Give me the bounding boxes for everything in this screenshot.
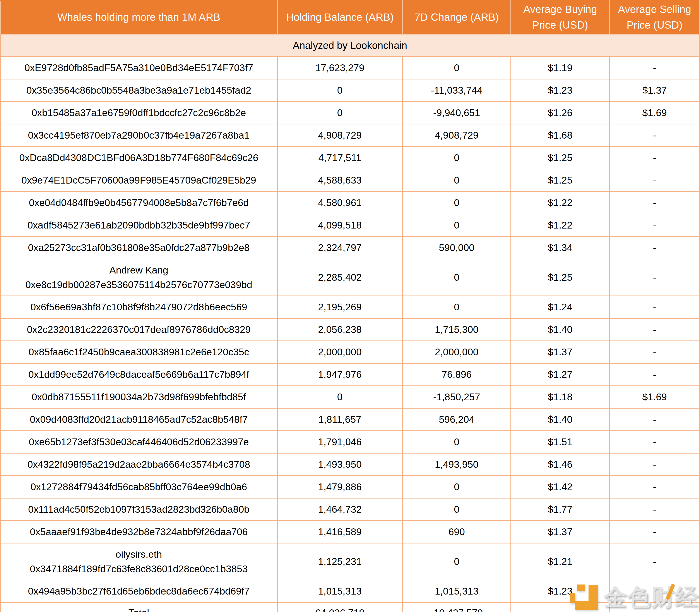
whale-address: 0xe04d0484ffb9e0b4567794008e5b8a7c7f6b7e… [4,195,273,210]
table-header: Whales holding more than 1M ARB Holding … [0,0,700,34]
whale-address: 0x35e3564c86bc0b5548a3be3a9a1e71eb1455fa… [4,83,273,98]
column-header-avg-buying-price: Average Buying Price (USD) [511,0,610,34]
whale-address: 0xe8c19db00287e3536075114b2576c70773e039… [4,277,273,292]
change-7d-cell: 1,493,950 [402,453,511,476]
total-balance: 64,926,718 [277,603,402,612]
change-7d-cell: 0 [402,169,511,192]
change-7d-cell: 76,896 [402,363,511,386]
whale-row: 0xadf5845273e61ab2090bdbb32b35de9bf997be… [0,214,700,237]
avg-buying-price-cell: $1.25 [511,169,610,192]
whale-address: 0x3471884f189fd7c63fe8c83601d28ce0cc1b38… [4,561,273,576]
total-label: Total [0,603,277,612]
whale-row: 0xe04d0484ffb9e0b4567794008e5b8a7c7f6b7e… [0,192,700,214]
whale-row: 0x4322fd98f95a219d2aae2bba6664e3574b4c37… [0,453,700,476]
avg-buying-price-cell: $1.42 [511,476,610,498]
avg-buying-price-cell: $1.26 [511,102,610,124]
whale-identity-cell: 0xa25273cc31af0b361808e35a0fdc27a877b9b2… [0,237,277,259]
avg-selling-price-cell: - [610,580,700,603]
avg-buying-price-cell: $1.21 [511,543,610,580]
avg-selling-price-cell: $1.69 [610,386,700,408]
whale-row: 0xE9728d0fb85adF5A75a310e0Bd34eE5174F703… [0,57,700,79]
avg-buying-price-cell: $1.25 [511,147,610,169]
whale-address: 0x1272884f79434fd56cab85bff03c764ee99db0… [4,479,273,495]
whale-identity-cell: 0x0db87155511f190034a2b73d98f699bfebfbd8… [0,386,277,408]
whale-address: 0x2c2320181c2226370c017deaf8976786dd0c83… [4,322,273,337]
avg-buying-price-cell: $1.23 [511,580,610,603]
whale-identity-cell: 0x9e74E1DcC5F70600a99F985E45709aCf029E5b… [0,169,277,192]
whale-row: 0xb15485a37a1e6759f0dff1bdccfc27c2c96c8b… [0,102,700,124]
change-7d-cell: -11,033,744 [402,79,511,102]
avg-buying-price-cell: $1.25 [511,259,610,296]
whale-address: 0xb15485a37a1e6759f0dff1bdccfc27c2c96c8b… [4,106,273,120]
change-7d-cell: 590,000 [402,237,511,259]
change-7d-cell: 1,715,300 [402,318,511,341]
whale-address: 0x0db87155511f190034a2b73d98f699bfebfbd8… [4,390,273,404]
whale-identity-cell: 0x6f56e69a3bf87c10b8f9f8b2479072d8b6eec5… [0,296,277,318]
avg-buying-price-cell: $1.22 [511,192,610,214]
avg-selling-price-cell: - [610,169,700,192]
whale-holdings-table: Whales holding more than 1M ARB Holding … [0,0,700,612]
whale-address: 0x4322fd98f95a219d2aae2bba6664e3574b4c37… [4,457,273,472]
avg-selling-price-cell: - [610,543,700,580]
avg-buying-price-cell: $1.68 [511,124,610,147]
holding-balance-cell: 4,717,511 [277,147,402,169]
holding-balance-cell: 4,580,961 [277,192,402,214]
avg-buying-price-cell: $1.37 [511,341,610,363]
whale-address: 0xadf5845273e61ab2090bdbb32b35de9bf997be… [4,218,273,233]
change-7d-cell: 4,908,729 [402,124,511,147]
whale-identity-cell: 0xadf5845273e61ab2090bdbb32b35de9bf997be… [0,214,277,237]
avg-selling-price-cell: - [610,296,700,318]
whale-address: 0x6f56e69a3bf87c10b8f9f8b2479072d8b6eec5… [4,300,273,315]
whale-address: 0x5aaaef91f93be4de932b8e7324abbf9f26daa7… [4,525,273,539]
whale-address: 0xDca8Dd4308DC1BFd06A3D18b774F680F84c69c… [4,150,273,165]
whale-row: 0x09d4083ffd20d21acb9118465ad7c52ac8b548… [0,408,700,431]
analyzed-by-row: Analyzed by Lookonchain [0,34,700,57]
change-7d-cell: 0 [402,431,511,453]
change-7d-cell: -9,940,651 [402,102,511,124]
column-header-avg-selling-price: Average Selling Price (USD) [610,0,700,34]
avg-buying-price-cell: $1.22 [511,214,610,237]
total-change: -10,427,570 [402,603,511,612]
avg-buying-price-cell: $1.40 [511,408,610,431]
whale-identity-cell: 0x1dd99ee52d7649c8daceaf5e669b6a117c7b89… [0,363,277,386]
change-7d-cell: -1,850,257 [402,386,511,408]
holding-balance-cell: 0 [277,79,402,102]
whale-row: 0x1272884f79434fd56cab85bff03c764ee99db0… [0,476,700,498]
avg-selling-price-cell: - [610,318,700,341]
whale-identity-cell: 0x1272884f79434fd56cab85bff03c764ee99db0… [0,476,277,498]
avg-selling-price-cell: - [610,408,700,431]
holding-balance-cell: 1,464,732 [277,498,402,521]
whale-row: 0x5aaaef91f93be4de932b8e7324abbf9f26daa7… [0,521,700,543]
avg-selling-price-cell: - [610,453,700,476]
whale-identity-cell: oilysirs.eth 0x3471884f189fd7c63fe8c8360… [0,543,277,580]
holding-balance-cell: 1,811,657 [277,408,402,431]
whale-identity-cell: 0x2c2320181c2226370c017deaf8976786dd0c83… [0,318,277,341]
whale-row: 0x494a95b3bc27f61d65eb6bdec8da6ec674bd69… [0,580,700,603]
whale-address: 0x111ad4c50f52eb1097f3153ad2823bd326b0a8… [4,502,273,517]
whale-address: 0xE9728d0fb85adF5A75a310e0Bd34eE5174F703… [4,60,273,75]
avg-selling-price-cell: - [610,363,700,386]
avg-selling-price-cell: - [610,192,700,214]
whale-row: 0x6f56e69a3bf87c10b8f9f8b2479072d8b6eec5… [0,296,700,318]
whale-address: 0x9e74E1DcC5F70600a99F985E45709aCf029E5b… [4,173,273,188]
holding-balance-cell: 1,791,046 [277,431,402,453]
holding-balance-cell: 1,015,313 [277,580,402,603]
avg-buying-price-cell: $1.46 [511,453,610,476]
whale-identity-cell: 0xDca8Dd4308DC1BFd06A3D18b774F680F84c69c… [0,147,277,169]
avg-selling-price-cell: - [610,214,700,237]
whale-row: oilysirs.eth 0x3471884f189fd7c63fe8c8360… [0,543,700,580]
avg-buying-price-cell: $1.18 [511,386,610,408]
whale-identity-cell: 0x85faa6c1f2450b9caea300838981c2e6e120c3… [0,341,277,363]
avg-selling-price-cell: $1.37 [610,79,700,102]
holding-balance-cell: 4,099,518 [277,214,402,237]
holding-balance-cell: 4,908,729 [277,124,402,147]
whale-row: 0x35e3564c86bc0b5548a3be3a9a1e71eb1455fa… [0,79,700,102]
whale-address: 0x85faa6c1f2450b9caea300838981c2e6e120c3… [4,345,273,360]
whale-identity-cell: 0x3cc4195ef870eb7a290b0c37fb4e19a7267a8b… [0,124,277,147]
whale-address: 0x494a95b3bc27f61d65eb6bdec8da6ec674bd69… [4,584,273,599]
change-7d-cell: 0 [402,147,511,169]
whale-identity-cell: 0x111ad4c50f52eb1097f3153ad2823bd326b0a8… [0,498,277,521]
total-avg-buy: - [511,603,610,612]
avg-selling-price-cell: - [610,57,700,79]
total-row: Total 64,926,718 -10,427,570 - - [0,603,700,612]
